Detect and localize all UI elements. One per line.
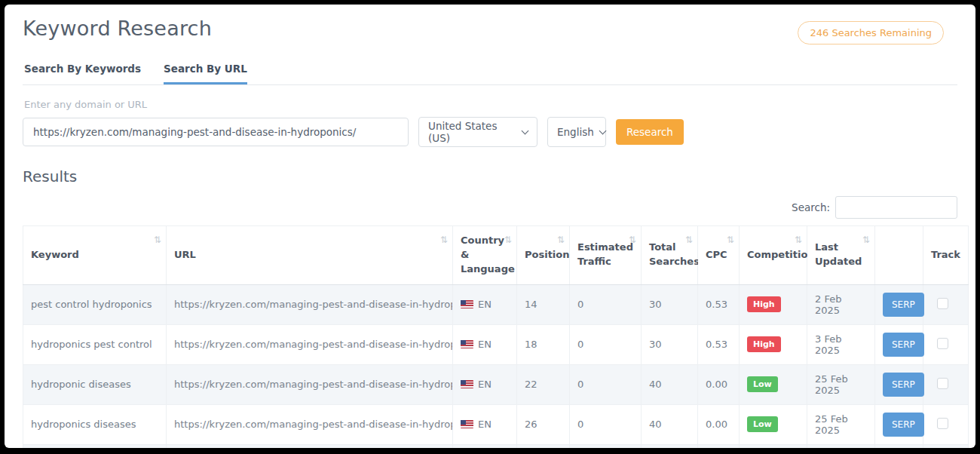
cpc-cell: 0.53	[698, 444, 740, 448]
col-header-track: Track	[923, 226, 969, 285]
col-header-last-updated[interactable]: Last Updated⇅	[807, 226, 875, 285]
table-search-input[interactable]	[835, 196, 957, 219]
sort-icon[interactable]: ⇅	[727, 234, 734, 247]
table-header-row: Keyword⇅ URL⇅ Country & Language⇅ Positi…	[23, 226, 969, 285]
track-cell	[923, 444, 969, 448]
track-cell	[923, 404, 969, 444]
url-cell: https://kryzen.com/managing-pest-and-dis…	[167, 324, 453, 364]
col-header-estimated-traffic[interactable]: Estimated Traffic⇅	[570, 226, 642, 285]
total-searches-cell: 40	[642, 404, 698, 444]
tab-bar: Search By Keywords Search By URL	[23, 63, 957, 85]
serp-cell: SERP	[875, 284, 923, 324]
cpc-cell: 0.53	[698, 324, 740, 364]
country-language-cell: EN	[453, 324, 517, 364]
us-flag-icon	[461, 380, 473, 388]
track-cell	[923, 324, 969, 364]
track-checkbox[interactable]	[937, 298, 948, 309]
searches-remaining-badge: 246 Searches Remaining	[798, 21, 944, 44]
last-updated-cell: 26 Feb 2025	[807, 444, 875, 448]
app-window: Keyword Research 246 Searches Remaining …	[5, 5, 975, 448]
country-language-cell: EN	[453, 404, 517, 444]
chevron-down-icon	[599, 127, 606, 134]
competition-badge: Low	[747, 376, 778, 392]
track-cell	[923, 284, 969, 324]
position-cell: 22	[517, 364, 570, 404]
language-select[interactable]: English	[547, 117, 606, 147]
url-field-label: Enter any domain or URL	[24, 99, 957, 110]
cpc-cell: 0.00	[698, 364, 740, 404]
sort-icon[interactable]: ⇅	[154, 234, 161, 247]
sort-icon[interactable]: ⇅	[440, 234, 448, 247]
last-updated-cell: 25 Feb 2025	[807, 364, 875, 404]
research-button[interactable]: Research	[616, 119, 684, 145]
last-updated-cell: 2 Feb 2025	[807, 284, 875, 324]
estimated-traffic-cell: 0	[570, 324, 642, 364]
col-header-url[interactable]: URL⇅	[167, 226, 453, 285]
table-body: pest control hydroponics https://kryzen.…	[23, 284, 969, 448]
country-language-cell: EN	[453, 284, 517, 324]
url-cell: https://kryzen.com/managing-pest-and-dis…	[167, 364, 453, 404]
competition-cell: High	[740, 444, 807, 448]
page-title: Keyword Research	[23, 17, 212, 40]
total-searches-cell: 30	[642, 284, 698, 324]
us-flag-icon	[461, 420, 473, 428]
col-header-serp	[875, 226, 923, 285]
estimated-traffic-cell: 0	[570, 404, 642, 444]
total-searches-cell: 40	[642, 364, 698, 404]
col-header-competition[interactable]: Competition⇅	[740, 226, 807, 285]
sort-icon[interactable]: ⇅	[795, 234, 802, 247]
track-checkbox[interactable]	[937, 338, 948, 349]
total-searches-cell: 30	[642, 324, 698, 364]
serp-cell: SERP	[875, 364, 923, 404]
serp-cell: SERP	[875, 324, 923, 364]
col-header-position[interactable]: Position⇅	[517, 226, 570, 285]
sort-icon[interactable]: ⇅	[685, 234, 693, 247]
table-row: pest control in hydroponics https://kryz…	[23, 444, 969, 448]
serp-cell: SERP	[875, 404, 923, 444]
results-table: Keyword⇅ URL⇅ Country & Language⇅ Positi…	[23, 225, 969, 448]
col-header-total-searches[interactable]: Total Searches⇅	[642, 226, 698, 285]
keyword-cell: pest control hydroponics	[23, 284, 167, 324]
country-language-cell: EN	[453, 444, 517, 448]
last-updated-cell: 3 Feb 2025	[807, 324, 875, 364]
position-cell: 26	[517, 404, 570, 444]
serp-button[interactable]: SERP	[883, 333, 924, 357]
url-input[interactable]	[23, 118, 409, 146]
serp-button[interactable]: SERP	[883, 373, 924, 397]
cpc-cell: 0.53	[698, 284, 740, 324]
sort-icon[interactable]: ⇅	[557, 234, 565, 247]
cpc-cell: 0.00	[698, 404, 740, 444]
table-search-label: Search:	[792, 201, 830, 213]
estimated-traffic-cell: 0	[570, 284, 642, 324]
col-header-keyword[interactable]: Keyword⇅	[23, 226, 167, 285]
country-select[interactable]: United States (US)	[418, 117, 537, 147]
last-updated-cell: 25 Feb 2025	[807, 404, 875, 444]
total-searches-cell: 30	[642, 444, 698, 448]
serp-button[interactable]: SERP	[883, 293, 924, 317]
keyword-cell: hydroponics diseases	[23, 404, 167, 444]
tab-search-by-keywords[interactable]: Search By Keywords	[24, 63, 141, 84]
track-checkbox[interactable]	[937, 378, 948, 389]
sort-icon[interactable]: ⇅	[629, 234, 636, 247]
page-header: Keyword Research 246 Searches Remaining	[23, 17, 957, 44]
position-cell: 18	[517, 324, 570, 364]
keyword-cell: pest control in hydroponics	[23, 444, 167, 448]
sort-icon[interactable]: ⇅	[504, 234, 512, 247]
us-flag-icon	[461, 300, 473, 308]
results-heading: Results	[23, 167, 957, 186]
search-form: United States (US) English Research	[23, 117, 957, 147]
table-row: hydroponics diseases https://kryzen.com/…	[23, 404, 969, 444]
sort-icon[interactable]: ⇅	[862, 234, 870, 247]
track-checkbox[interactable]	[937, 418, 948, 429]
serp-button[interactable]: SERP	[883, 413, 924, 437]
serp-cell: SERP	[875, 444, 923, 448]
track-cell	[923, 364, 969, 404]
position-cell: 26	[517, 444, 570, 448]
country-language-cell: EN	[453, 364, 517, 404]
tab-search-by-url[interactable]: Search By URL	[164, 63, 247, 84]
col-header-cpc[interactable]: CPC⇅	[698, 226, 740, 285]
competition-badge: Low	[747, 416, 778, 432]
col-header-country-language[interactable]: Country & Language⇅	[453, 226, 517, 285]
competition-badge: High	[747, 296, 781, 312]
country-select-value: United States (US)	[428, 120, 516, 144]
